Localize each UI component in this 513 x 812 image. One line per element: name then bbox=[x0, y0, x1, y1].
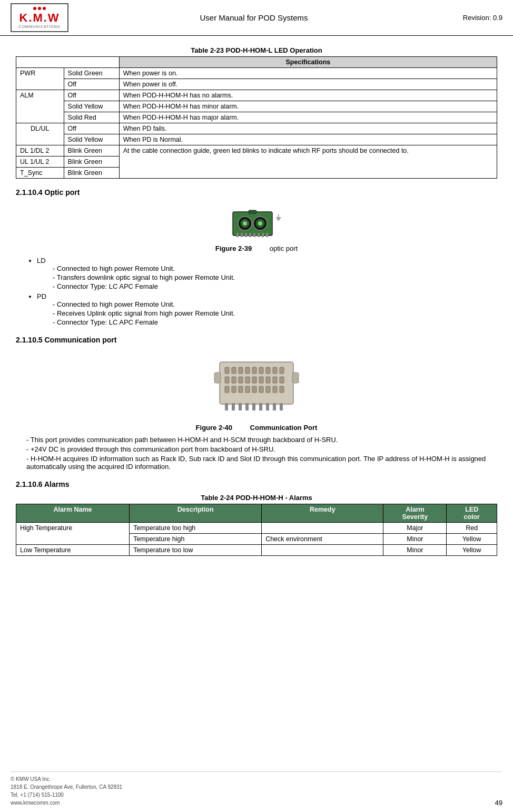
svg-rect-23 bbox=[259, 367, 263, 374]
solid-green-cell: Solid Green bbox=[64, 68, 119, 79]
comm-item-1: This port provides communication path be… bbox=[26, 436, 497, 444]
optic-port-svg: ⏚ bbox=[225, 204, 288, 241]
svg-rect-28 bbox=[232, 377, 236, 383]
led-color-header: LEDcolor bbox=[447, 504, 497, 523]
alarm-row-3: Low Temperature Temperature too low Mino… bbox=[16, 545, 497, 556]
svg-rect-14 bbox=[266, 233, 268, 237]
footer-web: www.kmwcomm.com bbox=[11, 799, 122, 807]
svg-rect-21 bbox=[245, 367, 250, 374]
svg-rect-45 bbox=[225, 403, 228, 410]
table-row: PWR Solid Green When power is on. bbox=[16, 68, 497, 79]
comm-port-svg bbox=[209, 351, 304, 420]
svg-rect-19 bbox=[232, 367, 236, 374]
svg-rect-37 bbox=[232, 386, 236, 393]
ld-bullet-list: LD Connected to high power Remote Unit. … bbox=[32, 257, 497, 290]
table-row: DL 1/DL 2 Blink Green At the cable conne… bbox=[16, 145, 497, 156]
footer-address: 1818 E. Orangethrope Ave, Fullerton, CA … bbox=[11, 783, 122, 791]
pwr-cell: PWR bbox=[16, 68, 64, 90]
logo: K.M.W COMMUNICATIONS bbox=[11, 3, 68, 32]
temp-too-high-desc: Temperature too high bbox=[130, 523, 262, 534]
header-title: User Manual for POD Systems bbox=[68, 13, 439, 22]
svg-text:⏚: ⏚ bbox=[276, 212, 281, 221]
figure-2-39-caption: Figure 2-39 optic port bbox=[16, 244, 497, 252]
logo-dots bbox=[33, 7, 46, 10]
section-2110-6-title: 2.1.10.6 Alarms bbox=[16, 480, 497, 488]
svg-rect-48 bbox=[245, 403, 249, 410]
ld-item-2: Transfers downlink optic signal to high … bbox=[53, 273, 497, 281]
comm-item-3: H-HOM-H acquires ID information such as … bbox=[26, 455, 497, 471]
figure-2-40-caption: Figure 2-40 Communication Port bbox=[16, 424, 497, 432]
svg-rect-47 bbox=[239, 403, 242, 410]
svg-rect-55 bbox=[292, 373, 299, 383]
svg-rect-49 bbox=[252, 403, 255, 410]
logo-kmw-text: K.M.W bbox=[19, 11, 60, 25]
svg-rect-25 bbox=[273, 367, 277, 374]
svg-rect-11 bbox=[253, 233, 255, 237]
ld-sub-list: Connected to high power Remote Unit. Tra… bbox=[53, 265, 497, 290]
comm-port-dash-list: This port provides communication path be… bbox=[26, 436, 497, 471]
svg-rect-10 bbox=[249, 233, 251, 237]
table-24: Alarm Name Description Remedy AlarmSever… bbox=[16, 504, 497, 556]
severity-header: AlarmSeverity bbox=[383, 504, 447, 523]
svg-rect-39 bbox=[245, 386, 250, 393]
footer-info: © KMW USA Inc. 1818 E. Orangethrope Ave,… bbox=[11, 775, 122, 807]
logo-comm-text: COMMUNICATIONS bbox=[19, 25, 61, 28]
footer-page-number: 49 bbox=[495, 799, 502, 807]
pd-item-2: Receives Uplink optic signal from high p… bbox=[53, 309, 497, 317]
spec-header: Specifications bbox=[119, 57, 497, 68]
table-row: DL/UL Off When PD fails. bbox=[16, 123, 497, 134]
temp-high-desc: Temperature high bbox=[130, 534, 262, 545]
temp-high-remedy: Check environment bbox=[262, 534, 383, 545]
svg-rect-29 bbox=[239, 377, 243, 383]
svg-point-3 bbox=[243, 221, 247, 226]
section-2110-5-title: 2.1.10.5 Communication port bbox=[16, 336, 497, 344]
page: K.M.W COMMUNICATIONS User Manual for POD… bbox=[0, 0, 513, 812]
yellow-color-1: Yellow bbox=[447, 534, 497, 545]
svg-rect-38 bbox=[239, 386, 243, 393]
figure-2-39-container: ⏚ Figure 2-39 optic port bbox=[16, 204, 497, 252]
ld-item-3: Connector Type: LC APC Female bbox=[53, 282, 497, 290]
svg-rect-9 bbox=[245, 233, 247, 237]
svg-rect-20 bbox=[239, 367, 243, 374]
svg-point-6 bbox=[258, 221, 262, 226]
power-on-cell: When power is on. bbox=[119, 68, 497, 79]
svg-rect-22 bbox=[252, 367, 256, 374]
svg-rect-15 bbox=[249, 210, 256, 213]
svg-rect-42 bbox=[266, 386, 270, 393]
svg-rect-40 bbox=[252, 386, 256, 393]
svg-rect-26 bbox=[280, 367, 284, 374]
svg-rect-35 bbox=[280, 377, 284, 383]
temp-too-low-remedy bbox=[262, 545, 383, 556]
svg-rect-13 bbox=[262, 233, 264, 237]
svg-rect-33 bbox=[266, 377, 270, 383]
svg-rect-51 bbox=[266, 403, 269, 410]
alarm-name-header: Alarm Name bbox=[16, 504, 130, 523]
description-header: Description bbox=[130, 504, 262, 523]
table-row: Solid Yellow When PD is Normal. bbox=[16, 134, 497, 145]
section-2110-4-title: 2.1.10.4 Optic port bbox=[16, 188, 497, 197]
svg-rect-24 bbox=[266, 367, 270, 374]
svg-rect-12 bbox=[258, 233, 260, 237]
red-color: Red bbox=[447, 523, 497, 534]
svg-rect-34 bbox=[273, 377, 277, 383]
table-row: Solid Red When POD-H-HOM-H has major ala… bbox=[16, 112, 497, 123]
svg-rect-50 bbox=[259, 403, 262, 410]
pd-item-3: Connector Type: LC APC Female bbox=[53, 318, 497, 326]
svg-rect-31 bbox=[252, 377, 256, 383]
pd-item-1: Connected to high power Remote Unit. bbox=[53, 300, 497, 308]
table23-title: Table 2-23 POD-H-HOM-L LED Operation bbox=[16, 46, 497, 54]
table-row: Off When power is off. bbox=[16, 79, 497, 90]
footer-tel: Tel. +1 (714) 515-1100 bbox=[11, 791, 122, 799]
table-23: Specifications PWR Solid Green When powe… bbox=[16, 56, 497, 179]
svg-rect-46 bbox=[232, 403, 235, 410]
svg-rect-41 bbox=[259, 386, 263, 393]
svg-rect-52 bbox=[273, 403, 276, 410]
header-revision: Revision: 0.9 bbox=[439, 14, 502, 22]
svg-rect-54 bbox=[214, 373, 221, 383]
comm-item-2: +24V DC is provided through this communi… bbox=[26, 445, 497, 453]
svg-rect-30 bbox=[245, 377, 250, 383]
table-row: ALM Off When POD-H-HOM-H has no alarms. bbox=[16, 90, 497, 101]
remedy-header: Remedy bbox=[262, 504, 383, 523]
footer-company: © KMW USA Inc. bbox=[11, 775, 122, 783]
svg-rect-53 bbox=[280, 403, 283, 410]
